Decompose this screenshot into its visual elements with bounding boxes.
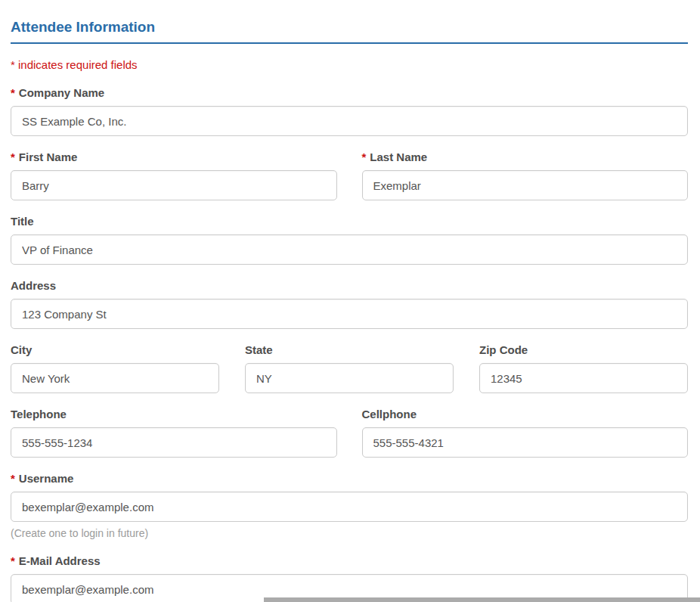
partially-visible-element-below — [264, 597, 700, 602]
required-asterisk: * — [11, 86, 15, 99]
name-row: *First Name *Last Name — [11, 150, 688, 200]
field-group-state: State — [245, 343, 454, 393]
city-label: City — [11, 343, 219, 357]
cellphone-input[interactable] — [362, 427, 689, 458]
field-group-telephone: Telephone — [11, 408, 337, 458]
username-label-text: Username — [19, 472, 74, 485]
title-input[interactable] — [11, 234, 688, 265]
state-label: State — [245, 343, 454, 357]
field-group-title: Title — [11, 215, 688, 265]
required-asterisk: * — [11, 150, 15, 163]
telephone-label-text: Telephone — [11, 408, 67, 420]
username-helper-text: (Create one to login in future) — [11, 526, 688, 540]
telephone-input[interactable] — [11, 427, 337, 458]
zip-code-input[interactable] — [479, 363, 688, 393]
field-group-email: *E-Mail Address — [11, 554, 688, 602]
city-state-zip-row: City State Zip Code — [11, 343, 688, 393]
field-group-zip-code: Zip Code — [479, 343, 688, 393]
attendee-information-form: Attendee Information * indicates require… — [0, 0, 700, 602]
field-group-first-name: *First Name — [11, 150, 337, 200]
field-group-username: *Username (Create one to login in future… — [11, 472, 688, 540]
cellphone-label-text: Cellphone — [362, 408, 417, 420]
required-asterisk: * — [362, 150, 367, 163]
field-group-city: City — [11, 343, 219, 393]
last-name-input[interactable] — [362, 170, 689, 200]
email-label-text: E-Mail Address — [19, 554, 101, 567]
city-label-text: City — [11, 343, 32, 356]
last-name-label: *Last Name — [362, 150, 689, 164]
state-label-text: State — [245, 343, 273, 356]
state-input[interactable] — [245, 363, 454, 393]
field-group-company-name: *Company Name — [11, 86, 688, 136]
title-label: Title — [11, 215, 688, 228]
address-label: Address — [11, 279, 688, 293]
first-name-label-text: First Name — [19, 150, 78, 163]
zip-code-label-text: Zip Code — [479, 343, 528, 356]
username-input[interactable] — [11, 492, 688, 522]
city-input[interactable] — [11, 363, 219, 393]
first-name-input[interactable] — [11, 170, 337, 200]
email-label: *E-Mail Address — [11, 554, 688, 568]
required-asterisk: * — [11, 472, 15, 485]
title-label-text: Title — [11, 215, 34, 228]
phone-row: Telephone Cellphone — [11, 408, 688, 458]
first-name-label: *First Name — [11, 150, 337, 164]
required-asterisk: * — [11, 554, 15, 567]
zip-code-label: Zip Code — [479, 343, 688, 357]
required-fields-note: * indicates required fields — [11, 58, 688, 72]
field-group-address: Address — [11, 279, 688, 329]
last-name-label-text: Last Name — [370, 150, 427, 163]
company-name-input[interactable] — [11, 106, 688, 136]
field-group-cellphone: Cellphone — [362, 408, 689, 458]
field-group-last-name: *Last Name — [362, 150, 689, 200]
address-input[interactable] — [11, 299, 688, 329]
address-label-text: Address — [11, 279, 56, 292]
page-title: Attendee Information — [11, 18, 688, 44]
company-name-label-text: Company Name — [19, 86, 104, 99]
telephone-label: Telephone — [11, 408, 337, 421]
company-name-label: *Company Name — [11, 86, 688, 100]
username-label: *Username — [11, 472, 688, 486]
cellphone-label: Cellphone — [362, 408, 689, 421]
